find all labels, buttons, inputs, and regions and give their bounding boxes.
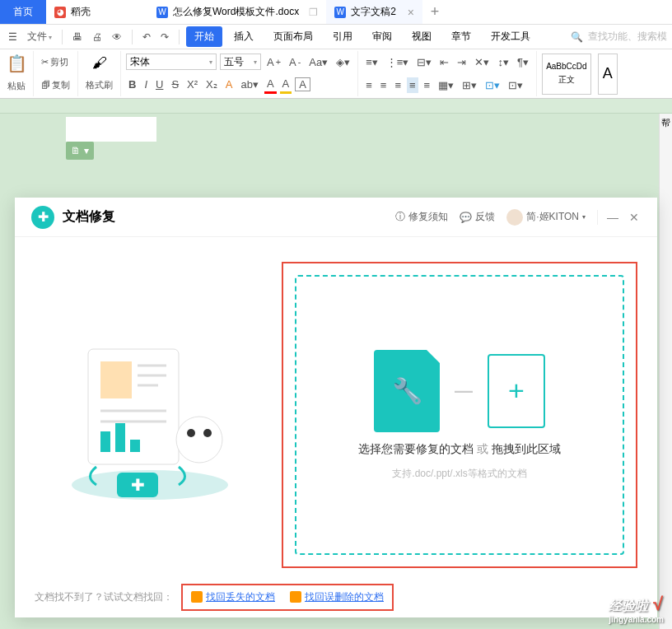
ribbon-tab-insert[interactable]: 插入 (226, 26, 262, 47)
grow-font-button[interactable]: A+ (264, 54, 283, 70)
popout-icon[interactable]: ❐ (309, 7, 318, 18)
decrease-indent-button[interactable]: ⇤ (437, 54, 451, 70)
ribbon-toolbar: 📋 粘贴 ✂ 剪切 🗐 复制 🖌 格式刷 宋体 五号 A+ A- Aa▾ ◈▾ … (0, 49, 672, 99)
horizontal-ruler[interactable] (0, 99, 672, 114)
minimize-button[interactable]: — (606, 211, 619, 224)
tab-home[interactable]: 首页 (0, 0, 46, 24)
dialog-body: ✚ 🔧 — + 选择您需要修复的文档 或 拖拽到此区域 支持.doc/.ppt/… (15, 237, 657, 576)
ribbon-tab-view[interactable]: 视图 (404, 26, 440, 47)
svg-rect-8 (100, 431, 110, 452)
cut-button[interactable]: ✂ 剪切 (39, 54, 72, 70)
info-icon: ⓘ (395, 210, 405, 224)
font-family-select[interactable]: 宋体 (126, 54, 217, 70)
paste-icon[interactable]: 📋 (7, 54, 27, 73)
footer-links-box: 找回丢失的文档 找回误删除的文档 (181, 584, 394, 611)
close-tab-icon[interactable]: × (408, 6, 414, 19)
tab-doc-active[interactable]: W 文字文稿2 × (326, 0, 422, 24)
bold-button[interactable]: B (126, 77, 138, 92)
app-menu-icon[interactable]: ☰ (5, 30, 21, 44)
copy-button[interactable]: 🗐 复制 (39, 77, 72, 93)
clear-format-button[interactable]: ◈▾ (334, 54, 352, 70)
tab-doc-template[interactable]: W 怎么修复Word模板文件.docx ❐ (148, 0, 326, 24)
highlight-button[interactable]: A (280, 76, 292, 94)
group-format-painter: 🖌 格式刷 (78, 51, 121, 96)
qat-save-icon[interactable]: 🖶 (69, 30, 86, 44)
tabs-button[interactable]: ⊡▾ (483, 77, 502, 93)
underline-button[interactable]: U (153, 77, 166, 92)
search-box[interactable]: 🔍 查找功能、搜索模 (542, 30, 667, 44)
text-effects-button[interactable]: ab▾ (238, 77, 260, 92)
recover-lost-link[interactable]: 找回丢失的文档 (191, 590, 275, 604)
feedback-button[interactable]: 💬反馈 (460, 210, 495, 224)
change-case-button[interactable]: Aa▾ (306, 54, 330, 70)
italic-button[interactable]: I (142, 77, 150, 92)
font-color-2-button[interactable]: A (264, 76, 277, 94)
user-menu[interactable]: 简·姬KITON▾ (506, 209, 586, 226)
format-painter-icon[interactable]: 🖌 (92, 54, 107, 72)
font-size-select[interactable]: 五号 (220, 54, 261, 70)
style-normal[interactable]: AaBbCcDd 正文 (542, 54, 591, 95)
file-wrench-icon: 🔧 (374, 350, 440, 432)
file-menu[interactable]: 文件 (24, 28, 55, 45)
file-dropzone[interactable]: 🔧 — + 选择您需要修复的文档 或 拖拽到此区域 支持.doc/.ppt/.x… (295, 275, 624, 555)
para-settings-button[interactable]: ⊡▾ (506, 77, 525, 93)
line-spacing-button[interactable]: ↕▾ (495, 54, 511, 70)
dropzone-icons: 🔧 — + (374, 350, 545, 432)
font-color-button[interactable]: A (223, 77, 236, 92)
superscript-button[interactable]: X² (184, 77, 200, 92)
qat-undo-icon[interactable]: ↶ (139, 30, 154, 44)
increase-indent-button[interactable]: ⇥ (455, 54, 469, 70)
illustration: ✚ (35, 262, 265, 568)
dialog-title: 文档修复 (63, 208, 384, 226)
distribute-button[interactable]: ≡ (422, 77, 433, 93)
close-button[interactable]: ✕ (628, 211, 641, 224)
borders-button[interactable]: ⊞▾ (460, 77, 479, 93)
subscript-button[interactable]: X₂ (203, 77, 220, 92)
tab-spacer (99, 0, 148, 24)
qat-preview-icon[interactable]: 👁 (109, 30, 125, 44)
align-justify-button[interactable]: ≡ (407, 77, 418, 93)
avatar-icon (506, 209, 523, 226)
bullets-button[interactable]: ≡▾ (363, 54, 380, 70)
align-right-button[interactable]: ≡ (392, 77, 404, 93)
dialog-footer: 文档找不到了？试试文档找回： 找回丢失的文档 找回误删除的文档 (15, 576, 657, 617)
shading-button[interactable]: ▦▾ (436, 77, 456, 93)
ribbon-tab-ref[interactable]: 引用 (324, 26, 361, 47)
recover-deleted-link[interactable]: 找回误删除的文档 (290, 590, 384, 604)
file-recover-icon (191, 591, 203, 603)
ribbon-tab-devtools[interactable]: 开发工具 (483, 26, 539, 47)
menu-bar: ☰ 文件 🖶 🖨 👁 ↶ ↷ 开始 插入 页面布局 引用 审阅 视图 章节 开发… (0, 25, 672, 49)
multilevel-button[interactable]: ⊟▾ (414, 54, 434, 70)
new-tab-button[interactable]: + (422, 0, 447, 24)
shrink-font-button[interactable]: A- (287, 54, 303, 70)
align-left-button[interactable]: ≡ (363, 77, 375, 93)
file-deleted-icon (290, 591, 301, 603)
word-icon: W (156, 7, 168, 18)
numbering-button[interactable]: ⋮≡▾ (384, 54, 412, 70)
ribbon-tab-review[interactable]: 审阅 (364, 26, 400, 47)
repair-notice-button[interactable]: ⓘ修复须知 (395, 210, 448, 224)
align-center-button[interactable]: ≡ (378, 77, 390, 93)
qat-redo-icon[interactable]: ↷ (157, 30, 172, 44)
dropzone-text-1: 选择您需要修复的文档 或 拖拽到此区域 (358, 442, 561, 457)
char-border-button[interactable]: A (295, 77, 310, 91)
dropzone-text-2: 支持.doc/.ppt/.xls等格式的文档 (392, 467, 526, 481)
ribbon-tab-start[interactable]: 开始 (186, 26, 222, 47)
floating-toolbar[interactable]: 🗎▾ (66, 142, 94, 160)
paste-button[interactable]: 粘贴 (5, 78, 28, 94)
group-styles-2: A (593, 51, 623, 96)
side-panel[interactable]: 帮 (659, 114, 672, 629)
ribbon-tab-layout[interactable]: 页面布局 (265, 26, 321, 47)
qat-print-icon[interactable]: 🖨 (89, 30, 105, 44)
style-heading[interactable]: A (598, 54, 618, 95)
show-marks-button[interactable]: ¶▾ (515, 54, 531, 70)
footer-lead-text: 文档找不到了？试试文档找回： (35, 590, 173, 604)
watermark: 经验啦 √ jingyanla.com (609, 594, 664, 624)
sort-button[interactable]: ✕▾ (472, 54, 492, 70)
add-file-icon[interactable]: + (488, 354, 545, 428)
format-painter-button[interactable]: 格式刷 (83, 77, 115, 93)
dialog-header: ✚ 文档修复 ⓘ修复须知 💬反馈 简·姬KITON▾ — ✕ (15, 198, 657, 237)
strike-button[interactable]: S (169, 77, 181, 92)
ribbon-tab-chapter[interactable]: 章节 (443, 26, 479, 47)
tab-daoke[interactable]: ◕ 稻壳 (46, 0, 99, 24)
